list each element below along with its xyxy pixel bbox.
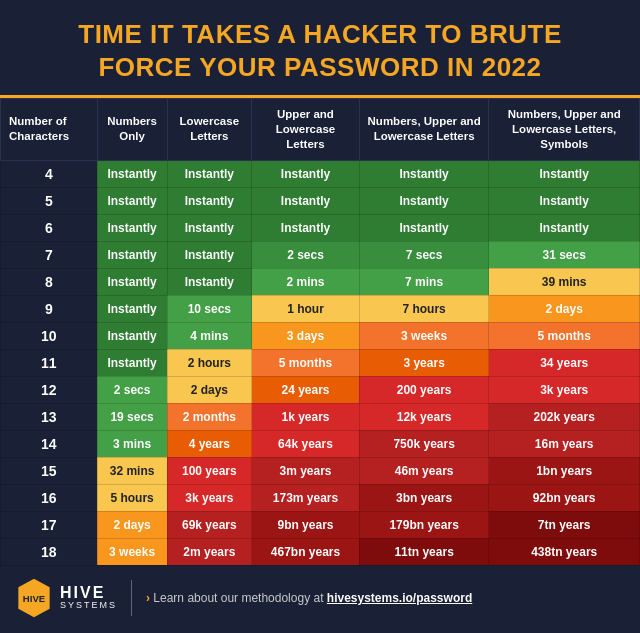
cell-r10-c4: 16m years [489, 430, 640, 457]
logo: HIVE HIVE SYSTEMS [16, 578, 117, 618]
cell-r11-c4: 1bn years [489, 457, 640, 484]
char-count: 4 [1, 160, 98, 187]
char-count: 14 [1, 430, 98, 457]
cell-r5-c4: 2 days [489, 295, 640, 322]
cell-r9-c4: 202k years [489, 403, 640, 430]
cell-r13-c2: 9bn years [252, 511, 360, 538]
cell-r5-c3: 7 hours [359, 295, 489, 322]
col-header-1: Numbers Only [97, 99, 167, 161]
cell-r8-c1: 2 days [167, 376, 252, 403]
cell-r14-c4: 438tn years [489, 538, 640, 565]
cell-r4-c1: Instantly [167, 268, 252, 295]
cell-r0-c1: Instantly [167, 160, 252, 187]
table-row: 143 mins4 years64k years750k years16m ye… [1, 430, 640, 457]
cell-r12-c4: 92bn years [489, 484, 640, 511]
cell-r11-c2: 3m years [252, 457, 360, 484]
cell-r1-c3: Instantly [359, 187, 489, 214]
table-row: 6InstantlyInstantlyInstantlyInstantlyIns… [1, 214, 640, 241]
cell-r5-c1: 10 secs [167, 295, 252, 322]
char-count: 5 [1, 187, 98, 214]
cell-r4-c0: Instantly [97, 268, 167, 295]
cell-r0-c0: Instantly [97, 160, 167, 187]
cell-r6-c2: 3 days [252, 322, 360, 349]
cell-r6-c1: 4 mins [167, 322, 252, 349]
cell-r10-c2: 64k years [252, 430, 360, 457]
cell-r2-c1: Instantly [167, 214, 252, 241]
cell-r5-c2: 1 hour [252, 295, 360, 322]
cell-r3-c3: 7 secs [359, 241, 489, 268]
cell-r0-c2: Instantly [252, 160, 360, 187]
cell-r13-c3: 179bn years [359, 511, 489, 538]
cell-r5-c0: Instantly [97, 295, 167, 322]
cell-r4-c2: 2 mins [252, 268, 360, 295]
cell-r7-c0: Instantly [97, 349, 167, 376]
cell-r11-c0: 32 mins [97, 457, 167, 484]
table-row: 8InstantlyInstantly2 mins7 mins39 mins [1, 268, 640, 295]
cell-r10-c0: 3 mins [97, 430, 167, 457]
footer: HIVE HIVE SYSTEMS › Learn about our meth… [0, 566, 640, 630]
table-row: 122 secs2 days24 years200 years3k years [1, 376, 640, 403]
col-header-4: Numbers, Upper and Lowercase Letters [359, 99, 489, 161]
logo-hive: HIVE [60, 585, 117, 601]
cell-r10-c3: 750k years [359, 430, 489, 457]
cell-r6-c4: 5 months [489, 322, 640, 349]
char-count: 11 [1, 349, 98, 376]
table-row: 1319 secs2 months1k years12k years202k y… [1, 403, 640, 430]
cell-r9-c2: 1k years [252, 403, 360, 430]
char-count: 15 [1, 457, 98, 484]
cell-r3-c0: Instantly [97, 241, 167, 268]
table-row: 183 weeks2m years467bn years11tn years43… [1, 538, 640, 565]
table-row: 11Instantly2 hours5 months3 years34 year… [1, 349, 640, 376]
main-container: TIME IT TAKES A HACKER TO BRUTE FORCE YO… [0, 0, 640, 630]
cell-r4-c3: 7 mins [359, 268, 489, 295]
table-row: 1532 mins100 years3m years46m years1bn y… [1, 457, 640, 484]
cell-r8-c4: 3k years [489, 376, 640, 403]
logo-systems: SYSTEMS [60, 601, 117, 610]
cell-r2-c2: Instantly [252, 214, 360, 241]
cell-r7-c3: 3 years [359, 349, 489, 376]
cell-r9-c3: 12k years [359, 403, 489, 430]
footer-url[interactable]: hivesystems.io/password [327, 591, 472, 605]
cell-r12-c0: 5 hours [97, 484, 167, 511]
cell-r4-c4: 39 mins [489, 268, 640, 295]
cell-r2-c4: Instantly [489, 214, 640, 241]
col-header-2: Lowercase Letters [167, 99, 252, 161]
char-count: 18 [1, 538, 98, 565]
hive-logo-icon: HIVE [16, 578, 52, 618]
cell-r13-c4: 7tn years [489, 511, 640, 538]
char-count: 10 [1, 322, 98, 349]
char-count: 8 [1, 268, 98, 295]
cell-r1-c4: Instantly [489, 187, 640, 214]
cell-r6-c0: Instantly [97, 322, 167, 349]
cell-r3-c2: 2 secs [252, 241, 360, 268]
cell-r14-c2: 467bn years [252, 538, 360, 565]
cell-r12-c3: 3bn years [359, 484, 489, 511]
table-row: 4InstantlyInstantlyInstantlyInstantlyIns… [1, 160, 640, 187]
table-row: 165 hours3k years173m years3bn years92bn… [1, 484, 640, 511]
cell-r2-c3: Instantly [359, 214, 489, 241]
cell-r11-c1: 100 years [167, 457, 252, 484]
table-row: 172 days69k years9bn years179bn years7tn… [1, 511, 640, 538]
cell-r12-c1: 3k years [167, 484, 252, 511]
cell-r8-c2: 24 years [252, 376, 360, 403]
logo-text: HIVE SYSTEMS [60, 585, 117, 610]
cell-r11-c3: 46m years [359, 457, 489, 484]
cell-r9-c1: 2 months [167, 403, 252, 430]
cell-r2-c0: Instantly [97, 214, 167, 241]
footer-divider [131, 580, 132, 616]
table-row: 10Instantly4 mins3 days3 weeks5 months [1, 322, 640, 349]
cell-r7-c1: 2 hours [167, 349, 252, 376]
char-count: 13 [1, 403, 98, 430]
cell-r14-c3: 11tn years [359, 538, 489, 565]
char-count: 9 [1, 295, 98, 322]
cell-r10-c1: 4 years [167, 430, 252, 457]
table-row: 7InstantlyInstantly2 secs7 secs31 secs [1, 241, 640, 268]
footer-cta: › Learn about our methodology at hivesys… [146, 591, 472, 605]
cell-r1-c1: Instantly [167, 187, 252, 214]
main-title: TIME IT TAKES A HACKER TO BRUTE FORCE YO… [20, 18, 620, 83]
password-table: Number of CharactersNumbers OnlyLowercas… [0, 98, 640, 566]
char-count: 12 [1, 376, 98, 403]
col-header-0: Number of Characters [1, 99, 98, 161]
cell-r0-c4: Instantly [489, 160, 640, 187]
cell-r12-c2: 173m years [252, 484, 360, 511]
